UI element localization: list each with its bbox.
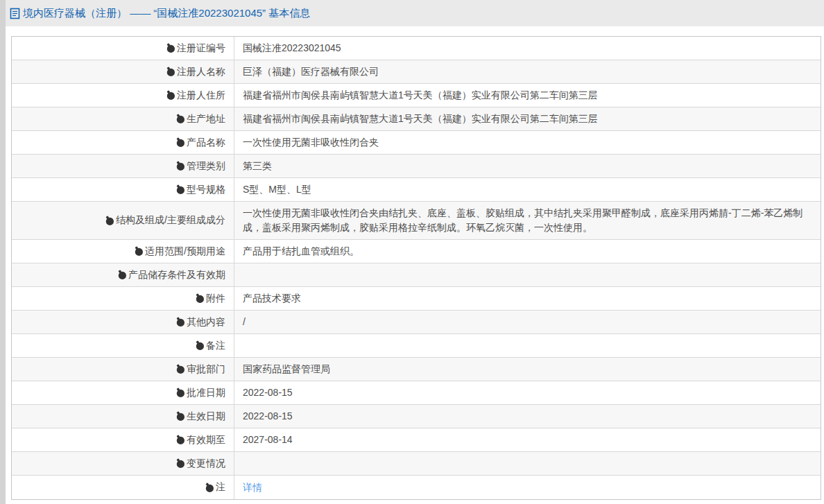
row-value-text: 产品用于结扎血管或组织。 (243, 244, 359, 259)
row-label: 附件 (12, 287, 234, 310)
bulb-icon (175, 161, 185, 171)
details-link[interactable]: 详情 (243, 480, 262, 495)
table-row: 管理类别 第三类 (12, 155, 821, 178)
row-value: / (234, 311, 821, 333)
row-value-text: 福建省福州市闽侯县南屿镇智慧大道1号天美（福建）实业有限公司第二车间第三层 (243, 88, 598, 103)
page-header: 境内医疗器械（注册） —— “国械注准20223021045” 基本信息 (6, 0, 824, 26)
row-label-text: 管理类别 (187, 160, 225, 173)
bulb-icon (195, 340, 205, 351)
row-label-text: 结构及组成/主要组成成分 (116, 214, 225, 227)
table-row: 结构及组成/主要组成成分 一次性使用无菌非吸收性闭合夹由结扎夹、底座、盖板、胶贴… (12, 202, 821, 240)
row-value-text: 巨泽（福建）医疗器械有限公司 (243, 64, 379, 79)
row-value: 巨泽（福建）医疗器械有限公司 (234, 60, 821, 83)
row-label: 其他内容 (12, 311, 234, 333)
table-row: 注册证编号 国械注准20223021045 (12, 37, 821, 60)
row-value: 产品用于结扎血管或组织。 (234, 240, 821, 263)
row-value: 详情 (234, 476, 821, 499)
row-value-text: S型、M型、L型 (243, 182, 311, 197)
row-value: 2027-08-14 (234, 428, 821, 451)
row-label: 结构及组成/主要组成成分 (12, 202, 234, 239)
bulb-icon (175, 184, 185, 195)
row-label-text: 其他内容 (187, 316, 225, 329)
row-value: 国家药品监督管理局 (234, 358, 821, 381)
row-label-text: 生效日期 (187, 410, 225, 423)
row-label: 生产地址 (12, 107, 234, 130)
bulb-icon (105, 216, 114, 226)
table-row: 备注 (12, 334, 821, 358)
row-label: 批准日期 (12, 381, 234, 404)
bulb-icon (166, 67, 175, 77)
table-row: 生产地址 福建省福州市闽侯县南屿镇智慧大道1号天美（福建）实业有限公司第二车间第… (12, 107, 821, 131)
row-label-text: 附件 (206, 293, 225, 305)
bulb-icon (175, 411, 185, 422)
table-row: 产品储存条件及有效期 (12, 263, 821, 287)
row-value-text: 2022-08-15 (243, 409, 293, 424)
row-value-text: 第三类 (243, 159, 272, 173)
row-value: 福建省福州市闽侯县南屿镇智慧大道1号天美（福建）实业有限公司第二车间第三层 (234, 84, 821, 107)
bulb-icon (166, 43, 175, 53)
row-value: 国械注准20223021045 (234, 37, 821, 60)
table-row: 生效日期 2022-08-15 (12, 405, 821, 428)
row-value: 一次性使用无菌非吸收性闭合夹 (234, 131, 821, 154)
row-label: 有效期至 (12, 428, 234, 451)
row-value-text: 2027-08-14 (243, 433, 293, 447)
bulb-icon (175, 137, 185, 148)
row-label: 产品名称 (12, 131, 234, 154)
row-value (234, 452, 821, 475)
row-value-text: 国械注准20223021045 (243, 41, 341, 55)
row-label: 型号规格 (12, 178, 234, 201)
row-label: 备注 (12, 334, 234, 357)
row-value: 福建省福州市闽侯县南屿镇智慧大道1号天美（福建）实业有限公司第二车间第三层 (234, 107, 821, 130)
row-label-text: 有效期至 (187, 434, 225, 446)
table-row: 型号规格 S型、M型、L型 (12, 178, 821, 202)
row-label-text: 产品名称 (187, 137, 225, 149)
table-row: 有效期至 2027-08-14 (12, 428, 821, 452)
row-value: 2022-08-15 (234, 405, 821, 428)
row-label-text: 产品储存条件及有效期 (128, 269, 225, 281)
row-value-text: 福建省福州市闽侯县南屿镇智慧大道1号天美（福建）实业有限公司第二车间第三层 (243, 112, 598, 126)
table-row: 适用范围/预期用途 产品用于结扎血管或组织。 (12, 240, 821, 263)
row-label-text: 注 (216, 481, 225, 494)
bulb-icon (175, 364, 185, 374)
registration-info-table: 注册证编号 国械注准20223021045 注册人名称 巨泽（福建）医疗器械有限… (11, 36, 821, 500)
row-value (234, 334, 821, 357)
page-title: 境内医疗器械（注册） —— “国械注准20223021045” 基本信息 (10, 7, 310, 20)
bulb-icon (205, 483, 214, 493)
row-label-text: 型号规格 (187, 184, 225, 196)
bulb-icon (134, 246, 144, 257)
row-label-text: 注册人住所 (177, 89, 225, 102)
row-label: 注 (12, 476, 234, 499)
bulb-icon (175, 114, 185, 124)
row-label: 注册人名称 (12, 60, 234, 83)
row-label-text: 变更情况 (187, 458, 225, 470)
row-label: 管理类别 (12, 155, 234, 177)
page-title-text: 境内医疗器械（注册） —— “国械注准20223021045” 基本信息 (23, 7, 310, 20)
row-value (234, 263, 821, 286)
bulb-icon (175, 435, 185, 445)
table-row: 变更情况 (12, 452, 821, 476)
row-label: 适用范围/预期用途 (12, 240, 234, 263)
row-label-text: 注册证编号 (177, 42, 225, 55)
table-row: 批准日期 2022-08-15 (12, 381, 821, 405)
row-label-text: 备注 (206, 340, 225, 352)
table-row: 产品名称 一次性使用无菌非吸收性闭合夹 (12, 131, 821, 155)
row-value-text: 一次性使用无菌非吸收性闭合夹由结扎夹、底座、盖板、胶贴组成，其中结扎夹采用聚甲醛… (243, 206, 811, 235)
table-row: 注册人住所 福建省福州市闽侯县南屿镇智慧大道1号天美（福建）实业有限公司第二车间… (12, 84, 821, 107)
row-value-text: 国家药品监督管理局 (243, 362, 330, 376)
row-label: 注册证编号 (12, 37, 234, 60)
row-label-text: 生产地址 (187, 113, 225, 125)
row-label-text: 适用范围/预期用途 (145, 245, 225, 258)
bulb-icon (175, 388, 185, 398)
page-left-gutter (0, 0, 6, 504)
document-icon (10, 8, 20, 19)
bulb-icon (117, 270, 127, 280)
row-label: 产品储存条件及有效期 (12, 263, 234, 286)
table-row: 审批部门 国家药品监督管理局 (12, 358, 821, 381)
bulb-icon (175, 458, 185, 469)
bulb-icon (195, 293, 205, 304)
row-value-text: 一次性使用无菌非吸收性闭合夹 (243, 135, 379, 150)
row-label-text: 批准日期 (187, 387, 225, 399)
row-label: 注册人住所 (12, 84, 234, 107)
table-row: 注 详情 (12, 476, 821, 499)
row-value-text: 产品技术要求 (243, 291, 301, 306)
